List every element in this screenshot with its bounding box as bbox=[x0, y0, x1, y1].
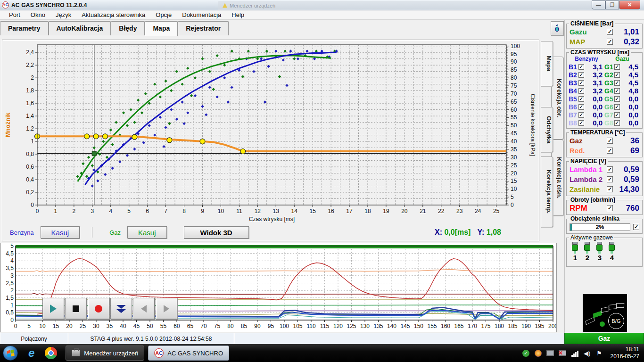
app-taskbar-button[interactable]: AC AC GAS SYNCHRO bbox=[148, 346, 229, 361]
rpm-checkbox[interactable]: ✓ bbox=[607, 205, 613, 211]
menu-item-help[interactable]: Help bbox=[226, 11, 249, 18]
czas-header: Benzyny Gazu bbox=[569, 56, 640, 63]
benzyna-checkbox[interactable]: ✓ bbox=[578, 96, 584, 102]
benzyna-checkbox[interactable]: ✓ bbox=[578, 112, 584, 118]
info-button[interactable] bbox=[551, 21, 564, 35]
record-button[interactable] bbox=[88, 298, 109, 319]
app-logo-icon: AC bbox=[2, 1, 9, 8]
svg-text:20: 20 bbox=[511, 170, 517, 177]
injector-icon bbox=[608, 242, 616, 254]
step-back-button[interactable] bbox=[133, 298, 155, 319]
svg-text:1: 1 bbox=[31, 138, 34, 145]
volume-icon[interactable]: ◀) bbox=[583, 349, 591, 357]
side-tab-odchyłka[interactable]: Odchyłka bbox=[541, 107, 553, 152]
svg-text:110: 110 bbox=[306, 323, 315, 329]
widok-3d-button[interactable]: Widok 3D bbox=[184, 226, 249, 239]
restore-button[interactable]: ❐ bbox=[605, 0, 619, 9]
temp-gaz-row: Gaz ✓ 36 bbox=[569, 136, 640, 146]
menu-item-okno[interactable]: Okno bbox=[25, 11, 50, 18]
svg-text:100: 100 bbox=[280, 323, 289, 329]
svg-text:0: 0 bbox=[10, 317, 14, 323]
tab-mapa[interactable]: Mapa bbox=[145, 21, 178, 36]
x-label: X: bbox=[435, 228, 442, 236]
chrome-icon[interactable] bbox=[45, 347, 57, 359]
side-tab-korekcja-temp[interactable]: Korekcja temp. bbox=[541, 156, 553, 227]
gaz-checkbox[interactable]: ✓ bbox=[614, 88, 620, 94]
svg-text:1,5: 1,5 bbox=[6, 295, 14, 301]
orange-tray-icon[interactable] bbox=[535, 350, 542, 357]
minimize-button[interactable]: — bbox=[592, 0, 605, 9]
temp-red-checkbox[interactable]: ✓ bbox=[607, 148, 613, 154]
network-disconnected-icon[interactable] bbox=[559, 350, 566, 356]
tab-bar: ParametryAutoKalibracjaBłędyMapaRejestra… bbox=[0, 20, 564, 36]
side-tab-mapa[interactable]: Mapa bbox=[541, 41, 553, 86]
benzyna-checkbox[interactable]: ✓ bbox=[578, 64, 584, 70]
signal-strength-icon[interactable] bbox=[571, 349, 579, 357]
action-center-flag-icon[interactable]: ⚑ bbox=[595, 349, 603, 357]
menu-item-port[interactable]: Port bbox=[4, 11, 25, 18]
benzyny-col-header: Benzyny bbox=[569, 56, 604, 63]
svg-text:5: 5 bbox=[511, 194, 514, 200]
svg-text:190: 190 bbox=[521, 323, 531, 329]
injector-number: 3 bbox=[596, 254, 603, 262]
start-button[interactable] bbox=[3, 346, 18, 361]
map-checkbox[interactable]: ✓ bbox=[607, 39, 613, 45]
svg-text:25: 25 bbox=[493, 208, 500, 214]
close-button[interactable]: ✕ bbox=[619, 0, 640, 9]
benzyna-checkbox[interactable]: ✓ bbox=[578, 120, 584, 126]
lambda1-value: 0,59 bbox=[613, 165, 639, 174]
svg-text:13: 13 bbox=[273, 208, 280, 214]
play-button[interactable] bbox=[42, 298, 64, 319]
kasuj-benzyna-button[interactable]: Kasuj bbox=[41, 226, 80, 239]
gaz-checkbox[interactable]: ✓ bbox=[614, 80, 620, 86]
lambda1-checkbox[interactable]: ✓ bbox=[607, 166, 613, 173]
antivirus-tray-icon[interactable]: ✓ bbox=[522, 350, 529, 357]
tab-parametry[interactable]: Parametry bbox=[0, 21, 49, 35]
tab-błędy[interactable]: Błędy bbox=[111, 21, 145, 35]
injector-number: 1 bbox=[571, 254, 579, 262]
background-window-title: Menedżer urządzeń bbox=[230, 3, 275, 8]
svg-text:50: 50 bbox=[511, 122, 517, 129]
menu-item-aktualizacja-sterownika[interactable]: Aktualizacja sterownika bbox=[76, 11, 150, 18]
marker-button[interactable] bbox=[110, 298, 132, 319]
gaz-checkbox[interactable]: ✓ bbox=[614, 64, 620, 70]
menu-item-dokumentacja[interactable]: Dokumentacja bbox=[177, 11, 226, 18]
gaz-checkbox[interactable]: ✓ bbox=[614, 120, 620, 126]
svg-text:150: 150 bbox=[414, 323, 423, 329]
kasuj-gaz-button[interactable]: Kasuj bbox=[127, 226, 167, 239]
background-window-titlebar[interactable]: Menedżer urządzeń bbox=[218, 1, 595, 10]
svg-text:195: 195 bbox=[535, 323, 544, 329]
gazu-checkbox[interactable]: ✓ bbox=[607, 29, 613, 35]
step-forward-button[interactable] bbox=[156, 298, 177, 319]
internet-explorer-icon[interactable]: e bbox=[28, 346, 34, 360]
czas-row: B1✓3,1G1✓4,5 bbox=[569, 63, 640, 71]
menu-item-opcje[interactable]: Opcje bbox=[150, 11, 177, 18]
zasilanie-checkbox[interactable]: ✓ bbox=[607, 186, 613, 192]
fuel-gauge[interactable]: B/G bbox=[583, 294, 627, 332]
tab-rejestrator[interactable]: Rejestrator bbox=[178, 21, 229, 35]
svg-text:0,6: 0,6 bbox=[26, 164, 34, 170]
gaz-checkbox[interactable]: ✓ bbox=[614, 112, 620, 118]
svg-text:Czas wtrysku [ms]: Czas wtrysku [ms] bbox=[249, 216, 295, 222]
stop-button[interactable] bbox=[65, 298, 87, 319]
benzyna-checkbox[interactable]: ✓ bbox=[578, 80, 584, 86]
tab-autokalibracja[interactable]: AutoKalibracja bbox=[49, 21, 111, 35]
device-manager-taskbar-button[interactable]: Menedżer urządzeń bbox=[66, 346, 144, 361]
menu-item-język[interactable]: Język bbox=[50, 11, 76, 18]
load-checkbox[interactable]: ✓ bbox=[633, 224, 639, 230]
taskbar-clock[interactable]: 18:11 2016-05-27 bbox=[611, 346, 639, 360]
fuel-mode-indicator[interactable]: Gaz bbox=[564, 333, 644, 344]
aktywne-groupbox: Aktywne gazowe 1234 bbox=[566, 238, 643, 267]
gaz-checkbox[interactable]: ✓ bbox=[614, 104, 620, 110]
benzyna-checkbox[interactable]: ✓ bbox=[578, 72, 584, 78]
display-tray-icon[interactable] bbox=[546, 350, 554, 356]
benzyna-checkbox[interactable]: ✓ bbox=[578, 88, 584, 94]
map-chart[interactable]: 0123456789101112131415161718192021222324… bbox=[2, 40, 539, 224]
temp-gaz-checkbox[interactable]: ✓ bbox=[607, 138, 613, 144]
lambda2-checkbox[interactable]: ✓ bbox=[607, 176, 613, 182]
zasilanie-label: Zasilanie bbox=[570, 185, 600, 193]
svg-text:200: 200 bbox=[548, 323, 556, 329]
benzyna-checkbox[interactable]: ✓ bbox=[578, 104, 584, 110]
gaz-checkbox[interactable]: ✓ bbox=[614, 96, 620, 102]
gaz-checkbox[interactable]: ✓ bbox=[614, 72, 620, 78]
